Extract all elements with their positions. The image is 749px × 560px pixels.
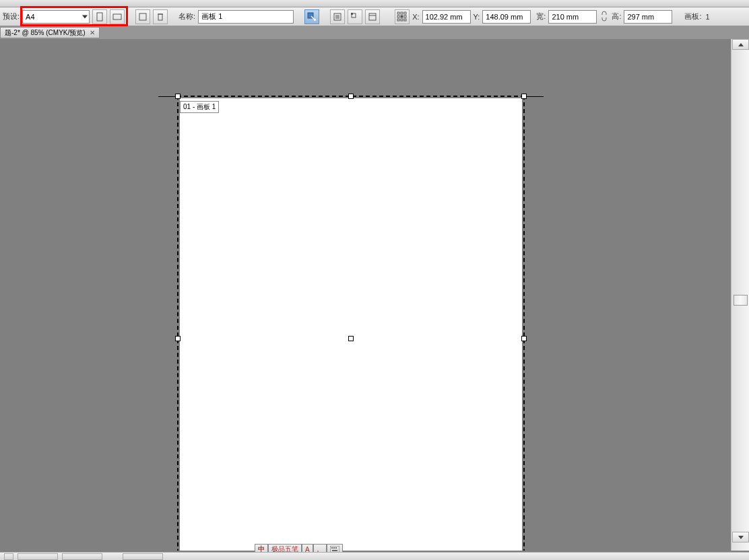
taskbar-start[interactable] [4,553,13,560]
presets-menu-button[interactable] [365,9,380,24]
svg-rect-22 [404,19,406,21]
svg-rect-11 [351,13,353,15]
vertical-scrollbar[interactable] [731,39,749,551]
arrow-up-icon [738,43,744,46]
svg-rect-16 [404,12,406,14]
svg-rect-17 [397,15,399,18]
resize-handle-tr[interactable] [521,94,527,99]
width-input[interactable] [548,10,597,24]
chevron-down-icon [82,15,88,18]
svg-rect-1 [113,14,121,20]
svg-rect-14 [397,12,399,14]
artboard-menu-button[interactable] [348,9,362,24]
svg-rect-20 [397,19,399,21]
canvas-workspace[interactable]: 01 - 画板 1 [0,39,731,551]
document-tab-label: 题-2* @ 85% (CMYK/预览) [5,28,86,38]
resize-handle-center[interactable] [348,336,354,341]
y-label: Y: [474,13,480,21]
svg-rect-2 [139,13,146,20]
top-menubar [0,0,749,7]
svg-rect-19 [404,15,406,18]
svg-rect-24 [331,547,333,549]
svg-rect-12 [369,13,376,20]
preset-combobox[interactable]: A4 [22,10,90,24]
document-tab-bar: 题-2* @ 85% (CMYK/预览) ✕ [0,26,749,39]
artboard-selection-outline [177,96,525,551]
arrow-down-icon [738,536,744,539]
document-tab[interactable]: 题-2* @ 85% (CMYK/预览) ✕ [0,27,100,38]
taskbar-item[interactable] [18,553,58,560]
resize-handle-tl[interactable] [175,94,181,99]
artboard-options-button[interactable] [330,9,345,24]
svg-rect-25 [333,547,335,549]
link-dimensions-icon[interactable] [601,10,608,24]
svg-rect-21 [401,19,403,21]
x-position-input[interactable] [422,10,471,24]
taskbar-item[interactable] [123,553,163,560]
svg-rect-26 [335,547,337,549]
reference-point-selector[interactable] [395,9,410,24]
orientation-landscape-button[interactable] [110,9,125,24]
resize-handle-mr[interactable] [521,336,527,341]
delete-artboard-button[interactable] [153,9,168,24]
svg-rect-15 [401,12,403,14]
height-input[interactable] [624,10,672,24]
resize-handle-ml[interactable] [175,336,181,341]
artboard-number: 1 [706,13,710,21]
taskbar-item[interactable] [62,553,102,560]
width-label: 宽: [536,11,546,22]
new-artboard-button[interactable] [135,9,150,24]
artboard-nav-label: 画板: [684,11,701,22]
svg-rect-0 [97,13,102,21]
close-icon[interactable]: ✕ [90,29,95,36]
preset-label: 预设: [3,11,20,22]
scroll-up-button[interactable] [732,39,749,50]
svg-rect-27 [332,550,337,551]
scroll-thumb[interactable] [734,295,748,306]
artboard-name-input[interactable] [198,10,294,24]
resize-handle-tc[interactable] [348,94,354,99]
move-artwork-toggle[interactable] [304,9,319,24]
svg-rect-18 [401,15,403,18]
height-label: 高: [612,11,621,22]
preset-value: A4 [26,13,34,21]
y-position-input[interactable] [482,10,531,24]
taskbar [0,552,749,560]
artboard[interactable]: 01 - 画板 1 [178,97,523,551]
artboard-options-bar: 预设: A4 名称: X: Y: 宽: [0,7,749,26]
scroll-down-button[interactable] [732,532,749,542]
x-label: X: [412,13,419,21]
artboard-tag[interactable]: 01 - 画板 1 [180,101,219,113]
svg-rect-3 [158,14,162,20]
name-label: 名称: [178,11,195,22]
orientation-portrait-button[interactable] [92,9,107,24]
